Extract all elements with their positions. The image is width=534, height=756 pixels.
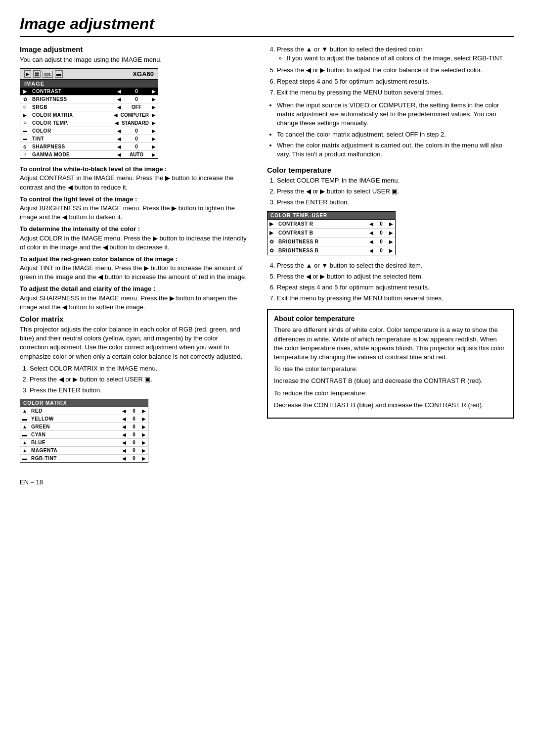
ct-row-contrast-b: ▶ CONTRAST B ◀ 0 ▶: [267, 229, 395, 237]
ct-step-3: Press the ENTER button.: [277, 198, 514, 207]
ct-step-4: Press the ▲ or ▼ button to select the de…: [277, 261, 514, 270]
cm-rarr-red: ▶: [142, 408, 146, 414]
about-color-temp-box: About color temperature There are differ…: [267, 309, 514, 419]
ct-icon-contrast-b: ▶: [269, 230, 277, 236]
row-larr-srgb: ◀: [117, 104, 121, 110]
menu-icon-4: ▬: [55, 70, 63, 78]
cm-label-blue: BLUE: [30, 440, 122, 445]
about-box-title: About color temperature: [274, 315, 507, 323]
row-rarr-contrast: ▶: [152, 89, 156, 94]
ct-table-header: COLOR TEMP.-USER: [267, 212, 395, 220]
row-icon-gamma: ↗: [23, 152, 32, 157]
ct-val-brightness-b: 0: [376, 248, 386, 253]
row-icon-sharpness: S: [23, 144, 32, 149]
color-temp-table: COLOR TEMP.-USER ▶ CONTRAST R ◀ 0 ▶ ▶ CO…: [267, 211, 396, 255]
row-label-tint: TINT: [32, 136, 117, 142]
row-rarr-gamma: ▶: [152, 152, 156, 157]
ct-label-contrast-r: CONTRAST R: [277, 221, 369, 227]
cm-row-green: ▲ GREEN ◀ 0 ▶: [20, 423, 148, 431]
cm-larr-yellow: ◀: [122, 416, 126, 422]
menu-icon-1: ▶: [24, 70, 31, 78]
row-rarr-srgb: ▶: [152, 104, 156, 110]
about-para-2: To rise the color temperature:: [274, 365, 507, 374]
menu-row-gamma: ↗ GAMMA MODE ◀ AUTO ▶: [20, 151, 158, 158]
cm-continued-steps: Press the ▲ or ▼ button to select the de…: [277, 45, 514, 97]
cm-label-rgbtint: RGB-TINT: [30, 456, 122, 461]
cm-step-4-bullets: If you want to adjust the balance of all…: [287, 54, 514, 63]
ct-step-1: Select COLOR TEMP. in the IMAGE menu.: [277, 176, 514, 185]
ct-val-contrast-r: 0: [376, 221, 386, 227]
menu-icons: ▶ ▦ opt. ▬: [24, 70, 63, 78]
row-icon-brightness: ✿: [23, 96, 32, 102]
menu-icon-opt: opt.: [43, 71, 53, 78]
menu-section-image: IMAGE: [20, 80, 158, 88]
cm-step-3: Press the ENTER button.: [30, 386, 247, 395]
cm-rarr-cyan: ▶: [142, 432, 146, 437]
cm-step-4: Press the ▲ or ▼ button to select the de…: [277, 45, 514, 63]
row-rarr-sharpness: ▶: [152, 144, 156, 149]
row-label-contrast: CONTRAST: [32, 89, 117, 94]
cm-larr-green: ◀: [122, 424, 126, 429]
cm-label-cyan: CYAN: [30, 432, 122, 437]
ct-rarr-brightness-r: ▶: [389, 239, 393, 244]
ct-icon-brightness-r: ✿: [269, 238, 277, 245]
row-icon-tint: ▬: [23, 137, 32, 141]
about-para-1: There are different kinds of white color…: [274, 326, 507, 362]
menu-row-srgb: ⊞ sRGB ◀ OFF ▶: [20, 103, 158, 111]
cm-icon-magenta: ▲: [22, 448, 30, 453]
cm-step-4-bullet-1: If you want to adjust the balance of all…: [287, 54, 514, 63]
page-title: Image adjustment: [20, 15, 514, 37]
para-sharpness-bold: To adjust the detail and clarity of the …: [20, 284, 247, 312]
cm-val-blue: 0: [129, 440, 139, 445]
cm-rarr-green: ▶: [142, 424, 146, 429]
row-icon-contrast: ▶: [23, 89, 32, 94]
row-rarr-brightness: ▶: [152, 96, 156, 102]
menu-header: ▶ ▦ opt. ▬ XGA60: [20, 69, 158, 80]
row-rarr-tint: ▶: [152, 136, 156, 142]
cm-larr-rgbtint: ◀: [122, 456, 126, 461]
about-para-3: Increase the CONTRAST B (blue) and decre…: [274, 377, 507, 385]
cm-rarr-blue: ▶: [142, 440, 146, 445]
cm-step-1: Select COLOR MATRIX in the IMAGE menu.: [30, 364, 247, 373]
row-val-brightness: 0: [124, 96, 149, 102]
ct-label-brightness-b: BRIGHTNESS B: [277, 248, 369, 253]
row-icon-color-temp: ⚙: [23, 121, 32, 125]
row-icon-color-matrix: ▶: [23, 113, 32, 118]
cm-icon-yellow: ▬: [22, 416, 30, 422]
menu-icon-2: ▦: [33, 70, 41, 78]
cm-val-magenta: 0: [129, 448, 139, 453]
menu-row-sharpness: S SHARPNESS ◀ 0 ▶: [20, 143, 158, 151]
ct-step-6: Repeat steps 4 and 5 for optimum adjustm…: [277, 283, 514, 292]
cm-larr-blue: ◀: [122, 440, 126, 445]
section-title-color-matrix: Color matrix: [20, 315, 247, 323]
row-rarr-color-temp: ▶: [152, 120, 156, 126]
cm-rarr-rgbtint: ▶: [142, 456, 146, 461]
para-color-bold: To determine the intensity of the color …: [20, 225, 247, 252]
row-label-color: COLOR: [32, 128, 117, 134]
cm-step-5: Press the ◀ or ▶ button to adjust the co…: [277, 66, 514, 75]
ct-rarr-contrast-r: ▶: [389, 221, 393, 227]
cm-larr-red: ◀: [122, 408, 126, 414]
ct-after-steps: Press the ▲ or ▼ button to select the de…: [277, 261, 514, 303]
cm-bullet-3: When the color matrix adjustment is carr…: [277, 141, 514, 159]
cm-table-header: COLOR MATRIX: [20, 399, 148, 407]
ct-icon-contrast-r: ▶: [269, 221, 277, 227]
ct-larr-contrast-r: ◀: [369, 221, 373, 227]
cm-row-blue: ▲ BLUE ◀ 0 ▶: [20, 439, 148, 447]
ct-icon-brightness-b: ✿: [269, 247, 277, 254]
cm-row-yellow: ▬ YELLOW ◀ 0 ▶: [20, 415, 148, 423]
row-label-color-temp: COLOR TEMP.: [32, 120, 115, 126]
row-label-sharpness: SHARPNESS: [32, 144, 117, 149]
ct-step-2: Press the ◀ or ▶ button to select USER ▣…: [277, 187, 514, 196]
cm-label-yellow: YELLOW: [30, 416, 122, 422]
ct-val-brightness-r: 0: [376, 239, 386, 244]
cm-icon-cyan: ▬: [22, 432, 30, 437]
cm-rarr-magenta: ▶: [142, 448, 146, 453]
para-contrast-bold: To control the white-to-black level of t…: [20, 165, 247, 192]
image-adjustment-intro: You can adjust the image using the IMAGE…: [20, 55, 247, 64]
cm-row-cyan: ▬ CYAN ◀ 0 ▶: [20, 431, 148, 439]
para-tint-bold: To adjust the red-green color balance of…: [20, 255, 247, 282]
row-icon-srgb: ⊞: [23, 105, 32, 109]
cm-step-2: Press the ◀ or ▶ button to select USER ▣…: [30, 375, 247, 384]
cm-val-rgbtint: 0: [129, 456, 139, 461]
